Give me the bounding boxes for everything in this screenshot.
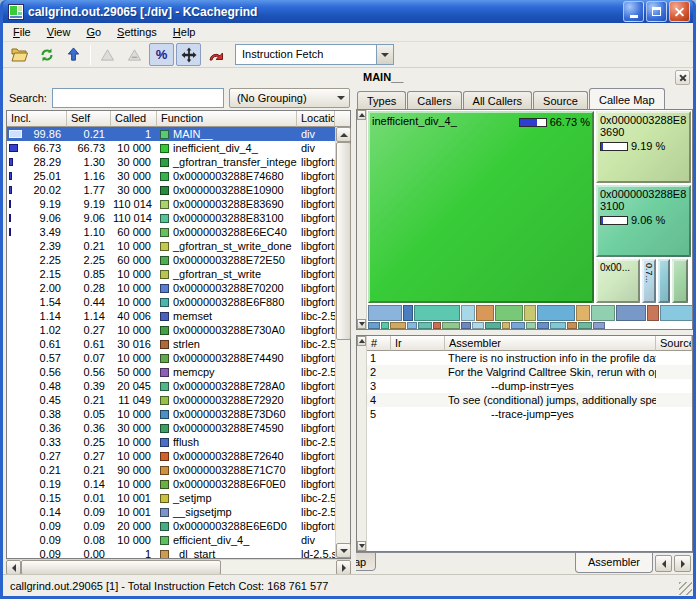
table-row[interactable]: 0.090.0920 0000x0000003288E6E6D0libgfort… xyxy=(7,519,335,533)
map-block[interactable] xyxy=(660,305,692,321)
table-row[interactable]: 2.390.2110 000_gfortran_st_write_donelib… xyxy=(7,239,335,253)
column-header-[interactable]: # xyxy=(367,336,391,351)
scroll-up-button[interactable] xyxy=(357,336,366,346)
map-block[interactable] xyxy=(550,322,566,329)
map-block[interactable] xyxy=(526,322,536,329)
map-block[interactable] xyxy=(407,322,417,329)
column-header-assembler[interactable]: Assembler xyxy=(445,336,656,351)
reload-button[interactable] xyxy=(34,43,59,66)
tab-scroll-right-button[interactable] xyxy=(674,555,691,572)
assembler-row[interactable]: 3--dump-instr=yes xyxy=(367,379,692,393)
menu-item-view[interactable]: View xyxy=(39,24,79,40)
column-header-called[interactable]: Called xyxy=(111,111,157,127)
table-row[interactable]: 0.480.3920 0450x0000003288E728A0libgfort… xyxy=(7,379,335,393)
map-block-callee-1[interactable]: 0x0000003288E83690 9.19 % xyxy=(596,111,691,183)
table-row[interactable]: 1.141.1440 006memsetlibc-2.5.so xyxy=(7,309,335,323)
map-block[interactable] xyxy=(616,305,646,321)
scroll-down-button[interactable] xyxy=(357,319,366,329)
table-row[interactable]: 0.190.1410 0000x0000003288E6F0E0libgfort… xyxy=(7,477,335,491)
table-row[interactable]: 2.252.2560 0000x0000003288E72E50libgfort… xyxy=(7,253,335,267)
map-block[interactable] xyxy=(524,305,536,321)
menu-item-help[interactable]: Help xyxy=(165,24,204,40)
assembler-row[interactable]: 2For the Valgrind Calltree Skin, rerun w… xyxy=(367,365,692,379)
force-dump-button[interactable] xyxy=(203,43,228,66)
map-block[interactable] xyxy=(390,322,406,329)
hide-templates-button[interactable] xyxy=(122,43,147,66)
table-row[interactable]: 28.291.3030 000_gfortran_transfer_intege… xyxy=(7,155,335,169)
scrollbar-thumb[interactable] xyxy=(336,142,351,340)
table-row[interactable]: 0.090.001_dl_startld-2.5.so xyxy=(7,547,335,558)
assembler-row[interactable]: 5--trace-jump=yes xyxy=(367,407,692,421)
minimize-button[interactable] xyxy=(623,1,644,22)
tab-scroll-left-button[interactable] xyxy=(655,555,672,572)
map-block[interactable] xyxy=(476,305,494,321)
table-row[interactable]: 9.199.19110 0140x0000003288E83690libgfor… xyxy=(7,197,335,211)
map-block[interactable] xyxy=(537,305,575,321)
title-bar[interactable]: callgrind.out.29065 [./div] - KCachegrin… xyxy=(3,0,693,23)
menu-item-settings[interactable]: Settings xyxy=(109,24,165,40)
map-block[interactable] xyxy=(414,305,460,321)
table-row[interactable]: 0.330.2510 000fflushlibc-2.5.so xyxy=(7,435,335,449)
map-block[interactable] xyxy=(433,322,441,329)
map-block[interactable] xyxy=(461,305,475,321)
table-row[interactable]: 0.210.2190 0000x0000003288E71C70libgfort… xyxy=(7,463,335,477)
column-header-self[interactable]: Self xyxy=(67,111,111,127)
map-block[interactable] xyxy=(403,305,413,321)
scroll-up-button[interactable] xyxy=(336,127,351,142)
tab-partial[interactable]: ap xyxy=(356,552,376,571)
column-header-source[interactable]: Source xyxy=(656,336,692,351)
table-row[interactable]: 25.011.1630 0000x0000003288E74680libgfor… xyxy=(7,169,335,183)
map-block[interactable] xyxy=(672,259,688,303)
scroll-down-button[interactable] xyxy=(336,543,351,558)
map-block[interactable] xyxy=(511,322,525,329)
tab-callee-map[interactable]: Callee Map xyxy=(589,88,665,109)
assembler-row[interactable]: 4To see (conditional) jumps, additionall… xyxy=(367,393,692,407)
tab-assembler[interactable]: Assembler xyxy=(575,552,653,573)
map-block[interactable] xyxy=(472,322,484,329)
map-block-callee-2[interactable]: 0x0000003288E83100 9.06 % xyxy=(596,185,691,257)
event-type-select[interactable]: Instruction Fetch xyxy=(235,44,394,65)
map-block[interactable]: 0.7... xyxy=(642,259,656,303)
menu-item-file[interactable]: File xyxy=(5,24,39,40)
table-row[interactable]: 0.560.5650 000memcpylibc-2.5.so xyxy=(7,365,335,379)
table-row[interactable]: 0.360.3630 0000x0000003288E74590libgfort… xyxy=(7,421,335,435)
table-row[interactable]: 0.610.6130 016strlenlibc-2.5.so xyxy=(7,337,335,351)
map-block[interactable]: 0x00... xyxy=(596,259,640,303)
combo-arrow-button[interactable] xyxy=(376,45,393,64)
map-block[interactable] xyxy=(578,322,592,329)
table-row[interactable]: 2.000.2810 0000x0000003288E70200libgfort… xyxy=(7,281,335,295)
resize-grip[interactable] xyxy=(679,582,692,595)
grouping-select[interactable]: (No Grouping) xyxy=(229,88,350,108)
column-header-incl[interactable]: Incl. xyxy=(7,111,67,127)
search-input[interactable] xyxy=(52,88,224,108)
table-row[interactable]: 0.090.0810 000efficient_div_4_div xyxy=(7,533,335,547)
map-block-main[interactable]: inefficient_div_4_ 66.73 % xyxy=(368,111,594,303)
column-header-location[interactable]: Location xyxy=(297,111,335,127)
expand-areas-toggle[interactable] xyxy=(176,43,201,66)
scroll-down-button[interactable] xyxy=(357,541,366,551)
scroll-left-button[interactable] xyxy=(6,560,21,575)
table-row[interactable]: 2.150.8510 000_gfortran_st_writelibgfort… xyxy=(7,267,335,281)
table-row[interactable]: 0.150.0110 001_setjmplibc-2.5.so xyxy=(7,491,335,505)
map-block[interactable] xyxy=(576,305,590,321)
table-row[interactable]: 0.450.2111 0490x0000003288E72920libgfort… xyxy=(7,393,335,407)
map-block[interactable] xyxy=(502,322,510,329)
map-block[interactable] xyxy=(593,322,605,329)
table-row[interactable]: 66.7366.7310 000inefficient_div_4_div xyxy=(7,141,335,155)
list-horizontal-scrollbar[interactable] xyxy=(6,559,351,574)
map-block[interactable] xyxy=(442,322,460,329)
map-block[interactable] xyxy=(537,322,549,329)
map-block[interactable] xyxy=(485,322,501,329)
table-row[interactable]: 3.491.1060 0000x0000003288E6EC40libgfort… xyxy=(7,225,335,239)
tab-source[interactable]: Source xyxy=(533,91,588,109)
table-row[interactable]: 0.270.2710 0000x0000003288E72640libgfort… xyxy=(7,449,335,463)
table-row[interactable]: 0.380.0510 0000x0000003288E73D60libgfort… xyxy=(7,407,335,421)
percentage-toggle[interactable]: % xyxy=(149,43,174,66)
scroll-right-button[interactable] xyxy=(336,560,351,575)
assembler-row[interactable]: 1There is no instruction info in the pro… xyxy=(367,351,692,365)
cycle-detection-button[interactable] xyxy=(95,43,120,66)
tab-types[interactable]: Types xyxy=(357,91,406,109)
scroll-up-button[interactable] xyxy=(357,110,366,120)
up-button[interactable] xyxy=(61,43,86,66)
map-block[interactable] xyxy=(418,322,432,329)
